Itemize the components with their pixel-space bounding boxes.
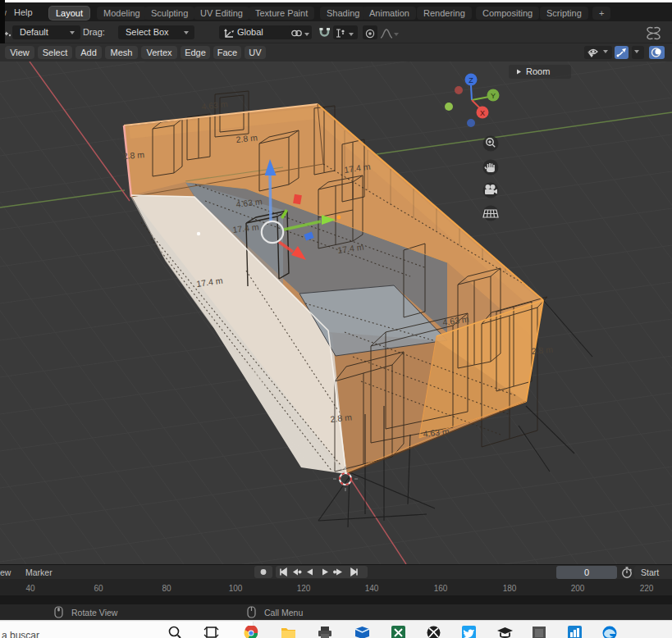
svg-text:Room: Room bbox=[526, 66, 550, 76]
svg-text:X: X bbox=[480, 109, 485, 117]
svg-text:Y: Y bbox=[491, 92, 496, 100]
svg-text:Z: Z bbox=[469, 76, 473, 84]
svg-text:2.8 m: 2.8 m bbox=[122, 149, 144, 161]
svg-text:2.8 m: 2.8 m bbox=[531, 344, 553, 356]
